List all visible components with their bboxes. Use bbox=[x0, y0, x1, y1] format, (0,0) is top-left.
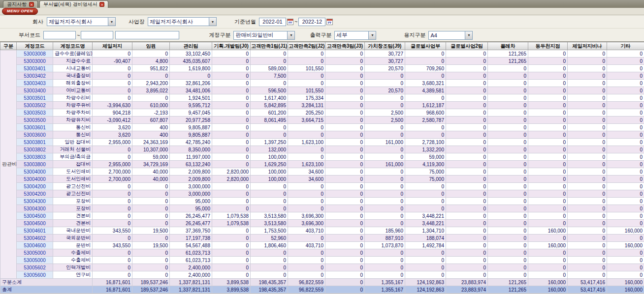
amount-cell[interactable]: 0 bbox=[488, 131, 528, 139]
calendar-icon[interactable] bbox=[287, 19, 293, 25]
amount-cell[interactable]: 198,435,357 bbox=[251, 279, 288, 286]
table-row[interactable]: 53003503차량주차비904,218-2,1939,457,0450601,… bbox=[0, 109, 644, 117]
account-name-cell[interactable]: 연구비 bbox=[53, 271, 93, 279]
amount-cell[interactable]: 0 bbox=[212, 58, 251, 65]
amount-cell[interactable]: 2,009,800 bbox=[170, 176, 212, 183]
amount-cell[interactable]: 0 bbox=[132, 198, 170, 205]
amount-cell[interactable]: 0 bbox=[528, 264, 568, 271]
amount-cell[interactable]: 0 bbox=[528, 205, 568, 212]
amount-cell[interactable]: 0 bbox=[568, 124, 607, 131]
account-code-cell[interactable]: 53005600 bbox=[17, 271, 53, 279]
amount-cell[interactable]: 0 bbox=[251, 58, 288, 65]
amount-cell[interactable]: 0 bbox=[446, 124, 488, 131]
amount-cell[interactable]: 0 bbox=[607, 131, 644, 139]
amount-cell[interactable]: 0 bbox=[93, 235, 132, 242]
amount-cell[interactable]: 1,924,501 bbox=[170, 94, 212, 102]
amount-cell[interactable]: 0 bbox=[325, 279, 365, 286]
amount-cell[interactable]: 0 bbox=[607, 139, 644, 146]
amount-cell[interactable]: 0 bbox=[607, 87, 644, 94]
table-row[interactable]: 53003402국내출장비00007,500000000000 bbox=[0, 72, 644, 80]
amount-cell[interactable]: 161,000 bbox=[365, 161, 405, 168]
amount-cell[interactable]: 160,000 bbox=[607, 279, 644, 286]
amount-cell[interactable]: 0 bbox=[212, 257, 251, 264]
amount-cell[interactable]: 0 bbox=[488, 227, 528, 235]
account-code-cell[interactable]: 53005602 bbox=[17, 264, 53, 271]
table-row[interactable]: 53003802거래처 선물비010,307,0008,350,0000132,… bbox=[0, 146, 644, 153]
table-row[interactable]: 53005600연구비002,400,00000000000000 bbox=[0, 271, 644, 279]
amount-cell[interactable]: 0 bbox=[568, 94, 607, 102]
amount-cell[interactable]: 0 bbox=[607, 264, 644, 271]
amount-cell[interactable]: 0 bbox=[251, 249, 288, 257]
amount-cell[interactable]: 59,000 bbox=[132, 153, 170, 161]
amount-cell[interactable]: 0 bbox=[93, 50, 132, 58]
amount-cell[interactable]: 5,842,895 bbox=[251, 102, 288, 109]
amount-cell[interactable]: 0 bbox=[212, 227, 251, 235]
amount-cell[interactable]: 0 bbox=[288, 72, 325, 80]
table-row[interactable]: 53003400여비교통비03,895,02234,481,0060596,50… bbox=[0, 87, 644, 94]
amount-cell[interactable]: 0 bbox=[568, 242, 607, 249]
amount-cell[interactable]: 160,000 bbox=[528, 286, 568, 294]
amount-cell[interactable]: 0 bbox=[365, 94, 405, 102]
table-row[interactable]: 53004000도서인쇄비2,700,00040,0002,009,8002,8… bbox=[0, 168, 644, 176]
amount-cell[interactable]: 0 bbox=[446, 176, 488, 183]
amount-cell[interactable]: 596,500 bbox=[251, 87, 288, 94]
amount-cell[interactable]: 0 bbox=[251, 80, 288, 87]
amount-cell[interactable]: 24,363,169 bbox=[132, 139, 170, 146]
dept-code-to-input[interactable] bbox=[81, 31, 113, 39]
table-row[interactable]: 53003601통신비3,6204009,805,88700000000000 bbox=[0, 124, 644, 131]
amount-cell[interactable]: 0 bbox=[568, 190, 607, 198]
amount-cell[interactable]: 0 bbox=[325, 109, 365, 117]
amount-cell[interactable]: 0 bbox=[607, 50, 644, 58]
amount-cell[interactable]: 32,861,206 bbox=[170, 80, 212, 87]
amount-cell[interactable]: 185,960 bbox=[365, 227, 405, 235]
amount-cell[interactable]: 0 bbox=[212, 139, 251, 146]
base-month-to-input[interactable] bbox=[298, 18, 325, 26]
amount-cell[interactable]: 96,822,559 bbox=[288, 286, 325, 294]
amount-cell[interactable]: 0 bbox=[528, 94, 568, 102]
amount-cell[interactable]: 124,192,863 bbox=[405, 279, 446, 286]
amount-cell[interactable]: 0 bbox=[132, 50, 170, 58]
account-code-cell[interactable]: 53003503 bbox=[17, 109, 53, 117]
amount-cell[interactable]: 0 bbox=[488, 161, 528, 168]
amount-cell[interactable]: 0 bbox=[568, 50, 607, 58]
amount-cell[interactable]: 0 bbox=[132, 183, 170, 190]
account-name-cell[interactable]: 해외출장비 bbox=[53, 80, 93, 87]
amount-cell[interactable]: 0 bbox=[93, 146, 132, 153]
amount-cell[interactable]: 0 bbox=[568, 65, 607, 72]
amount-cell[interactable]: 3,448,221 bbox=[405, 212, 446, 220]
amount-cell[interactable]: 30,727 bbox=[365, 50, 405, 58]
amount-cell[interactable]: 1,355,167 bbox=[365, 286, 405, 294]
amount-cell[interactable]: 0 bbox=[93, 153, 132, 161]
account-code-cell[interactable]: 53004000 bbox=[17, 168, 53, 176]
amount-cell[interactable]: 0 bbox=[325, 153, 365, 161]
amount-cell[interactable]: 968,600 bbox=[405, 109, 446, 117]
amount-cell[interactable]: 0 bbox=[568, 235, 607, 242]
amount-cell[interactable]: 189,537,246 bbox=[132, 286, 170, 294]
amount-cell[interactable]: 0 bbox=[607, 205, 644, 212]
table-row[interactable]: 53003501차량수리비001,924,50101,617,400175,33… bbox=[0, 94, 644, 102]
output-type-select[interactable]: 세부 ▼ bbox=[334, 31, 376, 40]
amount-cell[interactable]: 0 bbox=[93, 257, 132, 264]
amount-cell[interactable]: 0 bbox=[607, 109, 644, 117]
amount-cell[interactable]: 0 bbox=[365, 153, 405, 161]
amount-cell[interactable]: 0 bbox=[446, 249, 488, 257]
amount-cell[interactable]: 0 bbox=[446, 131, 488, 139]
amount-cell[interactable]: 0 bbox=[93, 87, 132, 94]
amount-cell[interactable]: 188,074 bbox=[405, 235, 446, 242]
amount-cell[interactable]: 0 bbox=[212, 80, 251, 87]
amount-cell[interactable]: 95,000 bbox=[170, 198, 212, 205]
amount-cell[interactable]: 0 bbox=[446, 94, 488, 102]
amount-cell[interactable]: 2,500 bbox=[365, 117, 405, 124]
account-name-cell[interactable]: 통신비 bbox=[53, 124, 93, 131]
amount-cell[interactable]: 0 bbox=[212, 235, 251, 242]
amount-cell[interactable]: 435,035,607 bbox=[170, 58, 212, 65]
amount-cell[interactable]: 0 bbox=[528, 109, 568, 117]
amount-cell[interactable]: 1,355,167 bbox=[365, 279, 405, 286]
amount-cell[interactable]: 0 bbox=[212, 190, 251, 198]
amount-cell[interactable]: -90,407 bbox=[93, 58, 132, 65]
total-row[interactable]: 총계16,871,601189,537,2461,337,821,1313,89… bbox=[0, 286, 644, 294]
amount-cell[interactable]: 0 bbox=[446, 72, 488, 80]
table-row[interactable]: 53005602인력개발비002,400,00000000000000 bbox=[0, 264, 644, 271]
amount-cell[interactable]: 96,822,559 bbox=[288, 279, 325, 286]
amount-cell[interactable]: 0 bbox=[325, 264, 365, 271]
